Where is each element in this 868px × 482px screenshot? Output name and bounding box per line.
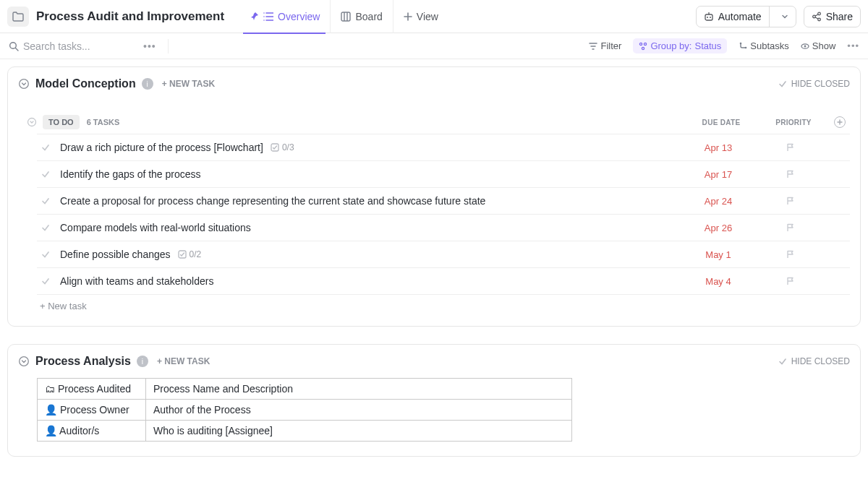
col-priority: PRIORITY (757, 119, 830, 126)
toolbar-right: Filter Group by: Status Subtasks Show ••… (589, 38, 859, 53)
task-due-date[interactable]: Apr 26 (682, 223, 754, 233)
task-due-date[interactable]: Apr 24 (682, 196, 754, 207)
group-icon (639, 42, 647, 51)
tab-label: Board (355, 11, 382, 22)
task-name: Define possible changes (60, 249, 171, 260)
automate-button[interactable]: Automate (696, 6, 796, 27)
status-pill[interactable]: TO DO (43, 115, 80, 129)
task-check-icon[interactable] (40, 249, 51, 259)
hide-closed-label: HIDE CLOSED (791, 356, 850, 366)
svg-point-5 (817, 12, 820, 15)
add-column-button[interactable] (830, 116, 850, 128)
panel-process-analysis: Process Analysis i + NEW TASK HIDE CLOSE… (7, 344, 861, 457)
group-header: TO DO 6 TASKS DUE DATE PRIORITY (27, 115, 850, 129)
svg-point-6 (817, 18, 820, 21)
task-check-icon[interactable] (40, 169, 51, 179)
task-row[interactable]: Compare models with real-world situation… (37, 215, 850, 241)
subtasks-button[interactable]: Subtasks (739, 40, 788, 51)
task-due-date[interactable]: Apr 13 (682, 142, 754, 153)
flag-icon (786, 249, 796, 259)
flag-icon (786, 142, 796, 152)
task-check-icon[interactable] (40, 276, 51, 286)
task-priority[interactable] (754, 223, 827, 233)
app-header: Process Audit and Improvement Overview B… (0, 0, 868, 33)
collapse-icon[interactable] (18, 78, 30, 90)
search-input[interactable] (23, 40, 132, 52)
info-icon[interactable]: i (142, 78, 153, 90)
table-row: 🗂 Process AuditedProcess Name and Descri… (38, 379, 572, 400)
svg-point-14 (804, 45, 806, 47)
task-name: Create a proposal for process change rep… (60, 195, 485, 207)
collapse-icon[interactable] (27, 117, 37, 127)
panel-header: Process Analysis i + NEW TASK HIDE CLOSE… (8, 345, 860, 378)
share-label: Share (826, 11, 853, 22)
task-due-date[interactable]: May 1 (682, 249, 754, 260)
panel-title: Model Conception (35, 77, 136, 90)
groupby-label: Group by: (650, 40, 692, 51)
svg-point-15 (20, 79, 29, 89)
task-priority[interactable] (754, 142, 827, 152)
svg-rect-1 (705, 14, 712, 20)
task-priority[interactable] (754, 196, 827, 206)
flag-icon (786, 196, 796, 206)
col-due-date: DUE DATE (685, 119, 757, 126)
tab-label: Overview (278, 11, 320, 22)
add-task-row[interactable]: + New task (37, 295, 850, 317)
board-icon (341, 12, 351, 22)
pin-icon (249, 12, 259, 22)
task-due-date[interactable]: Apr 17 (682, 169, 754, 180)
task-row[interactable]: Align with teams and stakeholders May 4 (37, 268, 850, 295)
filter-icon (589, 42, 597, 51)
tab-overview[interactable]: Overview (239, 0, 331, 33)
info-icon[interactable]: i (137, 356, 148, 367)
collapse-icon[interactable] (18, 356, 30, 367)
task-name: Align with teams and stakeholders (60, 275, 213, 287)
task-check-icon[interactable] (40, 196, 51, 206)
eye-icon (801, 42, 809, 51)
tab-board[interactable]: Board (331, 0, 393, 33)
svg-point-8 (640, 43, 642, 45)
toolbar: ••• Filter Group by: Status Subtasks Sho… (0, 33, 868, 59)
show-button[interactable]: Show (801, 40, 836, 51)
panel-header: Model Conception i + NEW TASK HIDE CLOSE… (8, 67, 860, 100)
view-tabs: Overview Board View (239, 0, 448, 33)
task-row[interactable]: Identify the gaps of the process Apr 17 (37, 161, 850, 188)
task-priority[interactable] (754, 169, 827, 179)
toolbar-more-icon[interactable]: ••• (847, 40, 859, 51)
task-due-date[interactable]: May 4 (682, 276, 754, 287)
plus-icon (837, 119, 843, 125)
filter-button[interactable]: Filter (589, 40, 621, 51)
share-button[interactable]: Share (804, 6, 861, 27)
subtask-count: 0/2 (178, 249, 202, 259)
task-row[interactable]: Draw a rich picture of the process [Flow… (37, 134, 850, 161)
new-task-button[interactable]: + NEW TASK (157, 356, 210, 366)
hide-closed-button[interactable]: HIDE CLOSED (778, 79, 850, 89)
task-row[interactable]: Create a proposal for process change rep… (37, 188, 850, 215)
task-check-icon[interactable] (40, 223, 51, 233)
plus-icon (404, 12, 412, 21)
svg-point-12 (745, 46, 747, 48)
svg-point-16 (28, 119, 36, 126)
hide-closed-button[interactable]: HIDE CLOSED (778, 356, 850, 366)
search-more-icon[interactable]: ••• (143, 40, 156, 52)
folder-icon[interactable] (7, 7, 29, 27)
table-value[interactable]: Process Name and Description (146, 379, 572, 400)
svg-rect-0 (341, 12, 350, 21)
task-row[interactable]: Define possible changes 0/2 May 1 (37, 241, 850, 268)
automate-chevron[interactable] (774, 6, 796, 27)
new-task-button[interactable]: + NEW TASK (162, 79, 215, 89)
task-priority[interactable] (754, 276, 827, 286)
process-analysis-table: 🗂 Process AuditedProcess Name and Descri… (37, 378, 572, 442)
table-key: 👤 Auditor/s (38, 421, 146, 442)
task-priority[interactable] (754, 249, 827, 259)
table-value[interactable]: Author of the Process (146, 400, 572, 421)
groupby-button[interactable]: Group by: Status (633, 38, 727, 53)
task-check-icon[interactable] (40, 142, 51, 152)
search-wrap (9, 40, 132, 52)
separator (168, 39, 169, 53)
table-value[interactable]: Who is auditing [Assignee] (146, 421, 572, 442)
tab-label: View (417, 11, 438, 22)
tab-add-view[interactable]: View (393, 0, 448, 33)
svg-point-3 (710, 17, 711, 18)
subtask-count: 0/3 (271, 142, 294, 152)
